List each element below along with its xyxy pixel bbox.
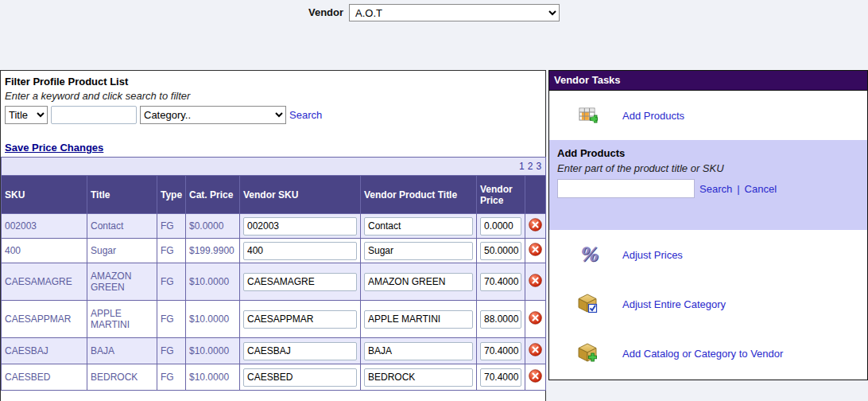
table-row: CAESAMAGRE AMAZON GREEN FG $10.0000: [2, 263, 546, 301]
grid-add-icon[interactable]: [578, 105, 599, 126]
delete-row-button[interactable]: [529, 243, 542, 256]
vendor-price-input[interactable]: [480, 342, 521, 360]
vendor-title-input[interactable]: [364, 242, 473, 260]
cat-price-cell: $10.0000: [186, 301, 240, 338]
type-cell: FG: [157, 364, 186, 391]
table-header-sku: SKU: [2, 176, 87, 214]
vendor-title-input[interactable]: [364, 273, 473, 291]
sku-cell: CAESBED: [2, 364, 87, 391]
page-2-link[interactable]: 2: [528, 161, 533, 172]
vendor-price-input[interactable]: [480, 273, 521, 291]
table-header-vendor-product-title: Vendor Product Title: [361, 176, 477, 214]
add-products-panel-hint: Enter part of the product title or SKU: [557, 162, 859, 174]
title-cell: AMAZON GREEN: [87, 263, 157, 301]
pagination: 123: [2, 158, 546, 176]
delete-row-button[interactable]: [529, 311, 542, 325]
vendor-price-input[interactable]: [480, 368, 521, 387]
vendor-title-input[interactable]: [364, 368, 473, 387]
adjust-category-link[interactable]: Adjust Entire Category: [622, 298, 726, 310]
sku-cell: CAESAMAGRE: [2, 263, 87, 301]
vendor-price-input[interactable]: [480, 310, 521, 329]
delete-icon: [529, 222, 542, 234]
vendor-select[interactable]: A.O.T: [349, 4, 560, 21]
cube-check-icon[interactable]: [578, 294, 599, 314]
sidebar-cancel-link[interactable]: Cancel: [745, 183, 777, 195]
table-header-type: Type: [157, 176, 186, 214]
title-cell: Contact: [87, 214, 157, 239]
product-search-input[interactable]: [557, 179, 695, 198]
table-row: 400 Sugar FG $199.9900: [2, 239, 546, 263]
delete-icon: [529, 278, 542, 290]
add-products-link[interactable]: Add Products: [622, 110, 684, 122]
table-row: CAESBAJ BAJA FG $10.0000: [2, 338, 546, 364]
sku-cell: 002003: [2, 214, 87, 239]
percent-icon[interactable]: %: [578, 245, 599, 264]
title-cell: BAJA: [87, 338, 157, 364]
vendor-price-input[interactable]: [480, 217, 521, 236]
category-select[interactable]: Category..: [140, 106, 286, 124]
table-header-cat-price: Cat. Price: [186, 176, 240, 214]
delete-row-button[interactable]: [529, 274, 542, 287]
title-cell: Sugar: [87, 239, 157, 263]
table-row: CAESAPPMAR APPLE MARTINI FG $10.0000: [2, 301, 546, 338]
vendor-label: Vendor: [308, 4, 343, 21]
product-table: 123 SKU Title Type Cat. Price Vendor SKU…: [1, 157, 546, 391]
save-price-changes-link[interactable]: Save Price Changes: [5, 142, 103, 154]
add-catalog-link[interactable]: Add Catalog or Category to Vendor: [622, 348, 783, 360]
sku-cell: 400: [2, 239, 87, 263]
table-row: CAESBED BEDROCK FG $10.0000: [2, 364, 546, 391]
filter-field-select[interactable]: Title: [5, 106, 48, 124]
delete-row-button[interactable]: [529, 343, 542, 356]
vendor-title-input[interactable]: [364, 310, 473, 329]
vendor-sku-input[interactable]: [243, 342, 357, 360]
delete-row-button[interactable]: [529, 218, 542, 232]
vendor-top-bar: Vendor A.O.T: [0, 0, 868, 27]
table-header-vendor-sku: Vendor SKU: [240, 176, 361, 214]
vendor-tasks-title: Vendor Tasks: [549, 71, 867, 91]
sidebar-search-link[interactable]: Search: [699, 183, 732, 195]
cat-price-cell: $199.9900: [186, 239, 240, 263]
type-cell: FG: [157, 301, 186, 338]
cat-price-cell: $10.0000: [186, 364, 240, 391]
filter-panel-title: Filter Profile Product List: [5, 76, 541, 88]
keyword-input[interactable]: [51, 106, 137, 124]
table-header-vendor-price: Vendor Price: [477, 176, 525, 214]
type-cell: FG: [157, 263, 186, 301]
vendor-sku-input[interactable]: [243, 310, 357, 329]
type-cell: FG: [157, 214, 186, 239]
table-header-actions: [525, 176, 546, 214]
search-link[interactable]: Search: [289, 109, 322, 121]
filter-profile-panel: Filter Profile Product List Enter a keyw…: [0, 70, 546, 401]
delete-icon: [529, 247, 542, 259]
delete-icon: [529, 373, 542, 385]
adjust-prices-link[interactable]: Adjust Prices: [622, 249, 683, 261]
title-cell: APPLE MARTINI: [87, 301, 157, 338]
type-cell: FG: [157, 338, 186, 364]
page-3-link[interactable]: 3: [536, 161, 541, 172]
vendor-sku-input[interactable]: [243, 217, 357, 236]
sku-cell: CAESBAJ: [2, 338, 87, 364]
cube-add-icon[interactable]: [578, 343, 599, 364]
add-products-task: Add Products: [549, 91, 867, 140]
vendor-sku-input[interactable]: [243, 273, 357, 291]
link-separator: |: [737, 183, 739, 195]
vendor-price-input[interactable]: [480, 242, 521, 260]
vendor-title-input[interactable]: [364, 217, 473, 236]
cat-price-cell: $10.0000: [186, 338, 240, 364]
add-products-panel: Add Products Enter part of the product t…: [549, 140, 867, 230]
table-header-row: SKU Title Type Cat. Price Vendor SKU Ven…: [2, 176, 546, 214]
filter-panel-hint: Enter a keyword and click search to filt…: [5, 90, 541, 102]
vendor-title-input[interactable]: [364, 342, 473, 360]
sku-cell: CAESAPPMAR: [2, 301, 87, 338]
table-row: 002003 Contact FG $0.0000: [2, 214, 546, 239]
vendor-sku-input[interactable]: [243, 368, 357, 387]
table-header-title: Title: [87, 176, 157, 214]
type-cell: FG: [157, 239, 186, 263]
cat-price-cell: $10.0000: [186, 263, 240, 301]
delete-row-button[interactable]: [529, 369, 542, 383]
page-1-link[interactable]: 1: [519, 161, 525, 172]
vendor-sku-input[interactable]: [243, 242, 357, 260]
adjust-prices-task: % Adjust Prices: [549, 230, 867, 279]
vendor-tasks-panel: Vendor Tasks Add Products Add Prod: [548, 70, 868, 380]
add-catalog-task: Add Catalog or Category to Vendor: [549, 329, 867, 378]
